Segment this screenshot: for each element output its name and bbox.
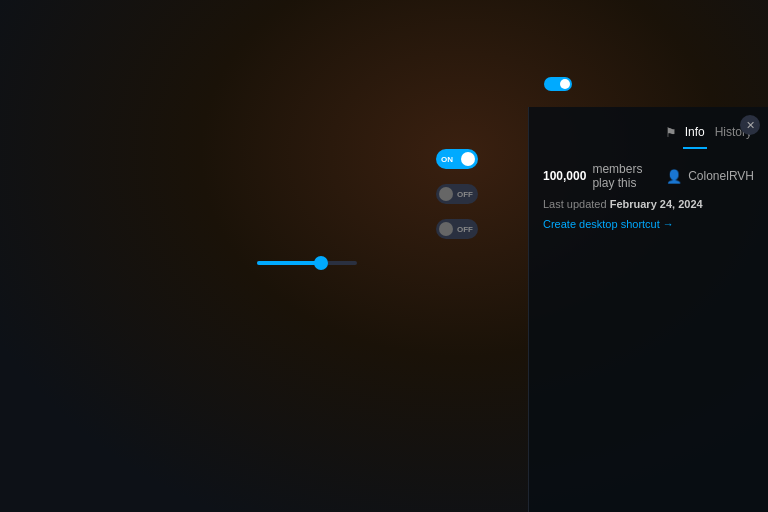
save-mods-toggle[interactable] bbox=[544, 77, 572, 91]
slider-thumb[interactable] bbox=[314, 256, 328, 270]
user-icon-small: 👤 bbox=[666, 169, 682, 184]
members-stat: 100,000 members play this 👤 ColonelRVH bbox=[543, 162, 754, 190]
toggle-on[interactable]: ON bbox=[436, 149, 478, 169]
close-panel-button[interactable]: ✕ bbox=[740, 115, 760, 135]
last-updated: Last updated February 24, 2024 bbox=[543, 198, 754, 210]
flag-icon: ⚑ bbox=[665, 125, 677, 140]
right-panel: ✕ ⚑ Info History 100,000 members play th… bbox=[528, 107, 768, 512]
slider-fill bbox=[257, 261, 317, 265]
tab-info[interactable]: Info bbox=[683, 117, 707, 149]
desktop-shortcut-link[interactable]: Create desktop shortcut → bbox=[543, 218, 754, 230]
toggle-off[interactable]: OFF bbox=[436, 219, 478, 239]
slider-track[interactable] bbox=[257, 261, 357, 265]
tabs-row-right: ⚑ Info History bbox=[529, 107, 768, 148]
toggle-off[interactable]: OFF bbox=[436, 184, 478, 204]
info-panel: 100,000 members play this 👤 ColonelRVH L… bbox=[529, 148, 768, 244]
